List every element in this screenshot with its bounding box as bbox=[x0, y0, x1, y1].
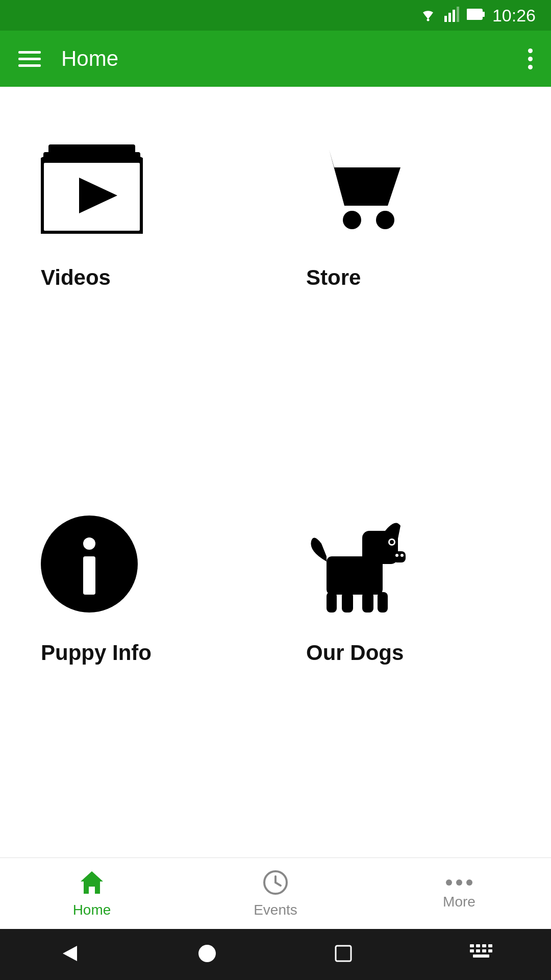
svg-rect-22 bbox=[378, 592, 388, 612]
svg-rect-37 bbox=[476, 944, 480, 947]
overflow-menu-button[interactable] bbox=[528, 48, 533, 69]
nav-item-events[interactable]: Events bbox=[184, 869, 367, 918]
svg-point-11 bbox=[343, 211, 361, 229]
svg-rect-19 bbox=[342, 592, 353, 612]
svg-rect-38 bbox=[482, 944, 486, 947]
svg-point-34 bbox=[198, 945, 216, 962]
videos-item[interactable]: Videos bbox=[20, 117, 265, 472]
main-grid: Videos Store Puppy Info bbox=[0, 87, 551, 857]
svg-point-30 bbox=[446, 879, 452, 886]
our-dogs-icon-area bbox=[306, 508, 408, 620]
svg-point-14 bbox=[83, 537, 95, 550]
puppy-info-icon-area bbox=[41, 508, 138, 620]
svg-rect-21 bbox=[327, 592, 337, 612]
svg-rect-39 bbox=[488, 944, 492, 947]
svg-rect-3 bbox=[453, 10, 455, 22]
svg-marker-33 bbox=[63, 946, 77, 961]
bottom-nav: Home Events More bbox=[0, 857, 551, 929]
nav-home-label: Home bbox=[73, 902, 111, 918]
nav-item-home[interactable]: Home bbox=[0, 869, 184, 918]
status-time: 10:26 bbox=[492, 6, 536, 26]
status-icons: 10:26 bbox=[419, 6, 536, 26]
store-label: Store bbox=[306, 265, 361, 290]
home-icon bbox=[79, 869, 105, 898]
menu-button[interactable] bbox=[18, 51, 41, 67]
store-item[interactable]: Store bbox=[286, 117, 531, 472]
svg-rect-40 bbox=[470, 949, 474, 952]
nav-item-more[interactable]: More bbox=[367, 877, 551, 910]
android-nav-bar bbox=[0, 929, 551, 980]
svg-rect-15 bbox=[83, 556, 95, 595]
puppy-info-item[interactable]: Puppy Info bbox=[20, 493, 265, 847]
svg-rect-5 bbox=[467, 9, 482, 19]
svg-rect-1 bbox=[444, 16, 447, 22]
battery-icon bbox=[467, 7, 485, 23]
svg-rect-35 bbox=[336, 946, 351, 961]
nav-events-label: Events bbox=[254, 902, 297, 918]
svg-rect-36 bbox=[470, 944, 474, 947]
back-button[interactable] bbox=[59, 943, 80, 966]
toolbar: Home bbox=[0, 31, 551, 87]
keyboard-button[interactable] bbox=[470, 944, 492, 965]
clock-icon bbox=[262, 869, 289, 898]
videos-icon-area bbox=[41, 133, 143, 245]
svg-rect-6 bbox=[482, 12, 485, 17]
svg-point-26 bbox=[400, 554, 404, 557]
status-bar: 10:26 bbox=[0, 0, 551, 31]
store-icon-area bbox=[306, 133, 400, 245]
svg-rect-2 bbox=[448, 13, 451, 22]
recents-button[interactable] bbox=[334, 944, 353, 965]
our-dogs-label: Our Dogs bbox=[306, 641, 404, 665]
svg-rect-4 bbox=[457, 7, 459, 22]
dog-icon bbox=[306, 516, 408, 612]
svg-point-32 bbox=[466, 879, 472, 886]
wifi-icon bbox=[419, 7, 437, 24]
videos-label: Videos bbox=[41, 265, 111, 290]
svg-rect-43 bbox=[488, 949, 492, 952]
svg-rect-18 bbox=[393, 551, 406, 562]
svg-point-31 bbox=[456, 879, 462, 886]
nav-more-label: More bbox=[443, 894, 475, 910]
svg-rect-44 bbox=[473, 954, 489, 958]
our-dogs-item[interactable]: Our Dogs bbox=[286, 493, 531, 847]
svg-rect-42 bbox=[482, 949, 486, 952]
svg-rect-20 bbox=[362, 592, 373, 612]
shopping-cart-icon bbox=[306, 144, 400, 234]
info-circle-icon bbox=[41, 516, 138, 612]
svg-point-24 bbox=[390, 540, 394, 544]
svg-line-29 bbox=[276, 883, 281, 886]
android-home-button[interactable] bbox=[197, 944, 217, 965]
page-title: Home bbox=[61, 46, 528, 71]
svg-point-12 bbox=[376, 211, 394, 229]
puppy-info-label: Puppy Info bbox=[41, 641, 152, 665]
signal-icon bbox=[444, 7, 460, 24]
video-player-icon bbox=[41, 144, 143, 234]
svg-point-25 bbox=[395, 554, 398, 557]
svg-rect-17 bbox=[362, 531, 398, 564]
svg-rect-41 bbox=[476, 949, 480, 952]
more-dots-icon bbox=[446, 877, 472, 890]
svg-point-0 bbox=[427, 19, 429, 21]
